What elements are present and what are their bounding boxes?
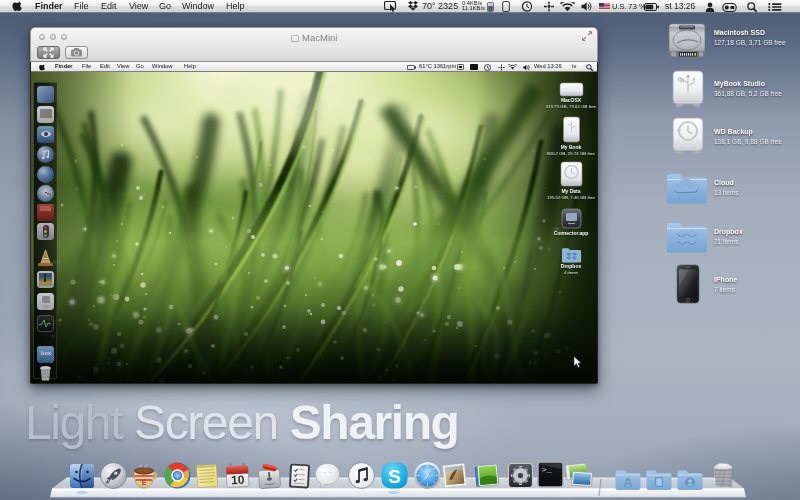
svg-text:A: A [623,475,633,490]
svg-text:É: É [141,478,146,486]
svg-text:S: S [388,466,401,487]
svg-text:10: 10 [230,473,244,488]
